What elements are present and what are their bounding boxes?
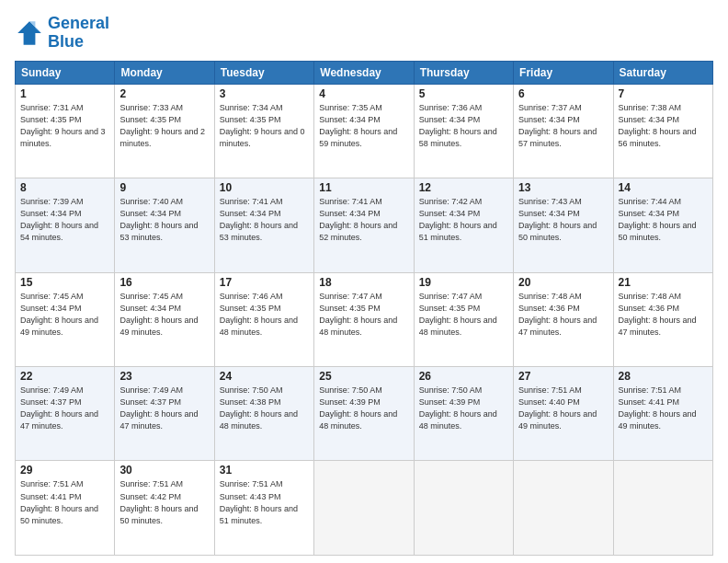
page-header: General Blue [15, 15, 713, 52]
weekday-header-wednesday: Wednesday [314, 61, 414, 84]
svg-marker-0 [17, 21, 41, 45]
day-info: Sunrise: 7:49 AM Sunset: 4:37 PM Dayligh… [119, 385, 209, 432]
day-cell-31: 31 Sunrise: 7:51 AM Sunset: 4:43 PM Dayl… [214, 461, 313, 556]
day-number: 25 [319, 370, 408, 383]
day-cell-20: 20 Sunrise: 7:48 AM Sunset: 4:36 PM Dayl… [514, 272, 613, 366]
day-number: 10 [220, 181, 309, 194]
weekday-header-saturday: Saturday [613, 61, 712, 84]
day-info: Sunrise: 7:50 AM Sunset: 4:38 PM Dayligh… [220, 385, 309, 432]
day-info: Sunrise: 7:45 AM Sunset: 4:34 PM Dayligh… [119, 291, 209, 339]
day-cell-17: 17 Sunrise: 7:46 AM Sunset: 4:35 PM Dayl… [214, 272, 313, 366]
day-number: 4 [319, 87, 408, 100]
day-number: 24 [220, 370, 309, 383]
day-cell-29: 29 Sunrise: 7:51 AM Sunset: 4:41 PM Dayl… [16, 461, 115, 556]
day-number: 23 [119, 370, 209, 383]
calendar-week-1: 1 Sunrise: 7:31 AM Sunset: 4:35 PM Dayli… [16, 84, 713, 178]
day-number: 19 [419, 276, 508, 289]
day-cell-23: 23 Sunrise: 7:49 AM Sunset: 4:37 PM Dayl… [115, 367, 214, 461]
day-info: Sunrise: 7:33 AM Sunset: 4:35 PM Dayligh… [119, 102, 209, 150]
empty-cell [314, 461, 414, 556]
day-info: Sunrise: 7:47 AM Sunset: 4:35 PM Dayligh… [419, 291, 508, 339]
day-cell-21: 21 Sunrise: 7:48 AM Sunset: 4:36 PM Dayl… [613, 272, 712, 366]
day-cell-6: 6 Sunrise: 7:37 AM Sunset: 4:34 PM Dayli… [514, 84, 613, 178]
day-cell-13: 13 Sunrise: 7:43 AM Sunset: 4:34 PM Dayl… [514, 178, 613, 272]
day-cell-14: 14 Sunrise: 7:44 AM Sunset: 4:34 PM Dayl… [613, 178, 712, 272]
day-number: 9 [119, 181, 209, 194]
day-info: Sunrise: 7:45 AM Sunset: 4:34 PM Dayligh… [20, 291, 109, 339]
day-info: Sunrise: 7:37 AM Sunset: 4:34 PM Dayligh… [518, 102, 608, 150]
day-cell-7: 7 Sunrise: 7:38 AM Sunset: 4:34 PM Dayli… [613, 84, 712, 178]
day-number: 8 [20, 181, 109, 194]
day-number: 30 [119, 464, 209, 477]
calendar-week-4: 22 Sunrise: 7:49 AM Sunset: 4:37 PM Dayl… [16, 367, 713, 461]
day-number: 1 [20, 87, 109, 100]
logo-icon [15, 18, 44, 48]
day-cell-9: 9 Sunrise: 7:40 AM Sunset: 4:34 PM Dayli… [115, 178, 214, 272]
day-number: 29 [20, 464, 109, 477]
day-number: 16 [119, 276, 209, 289]
day-number: 22 [20, 370, 109, 383]
empty-cell [414, 461, 513, 556]
day-number: 14 [619, 181, 708, 194]
day-info: Sunrise: 7:47 AM Sunset: 4:35 PM Dayligh… [319, 291, 408, 339]
empty-cell [613, 461, 712, 556]
logo: General Blue [15, 15, 109, 52]
day-info: Sunrise: 7:41 AM Sunset: 4:34 PM Dayligh… [319, 196, 408, 244]
day-cell-12: 12 Sunrise: 7:42 AM Sunset: 4:34 PM Dayl… [414, 178, 513, 272]
day-number: 18 [319, 276, 408, 289]
day-cell-11: 11 Sunrise: 7:41 AM Sunset: 4:34 PM Dayl… [314, 178, 414, 272]
day-cell-1: 1 Sunrise: 7:31 AM Sunset: 4:35 PM Dayli… [16, 84, 115, 178]
day-cell-3: 3 Sunrise: 7:34 AM Sunset: 4:35 PM Dayli… [214, 84, 313, 178]
calendar-week-2: 8 Sunrise: 7:39 AM Sunset: 4:34 PM Dayli… [16, 178, 713, 272]
day-info: Sunrise: 7:49 AM Sunset: 4:37 PM Dayligh… [20, 385, 109, 432]
weekday-header-monday: Monday [115, 61, 214, 84]
day-number: 28 [619, 370, 708, 383]
day-info: Sunrise: 7:41 AM Sunset: 4:34 PM Dayligh… [220, 196, 309, 244]
day-cell-15: 15 Sunrise: 7:45 AM Sunset: 4:34 PM Dayl… [16, 272, 115, 366]
day-cell-5: 5 Sunrise: 7:36 AM Sunset: 4:34 PM Dayli… [414, 84, 513, 178]
day-cell-10: 10 Sunrise: 7:41 AM Sunset: 4:34 PM Dayl… [214, 178, 313, 272]
day-info: Sunrise: 7:44 AM Sunset: 4:34 PM Dayligh… [619, 196, 708, 244]
day-number: 5 [419, 87, 508, 100]
day-cell-30: 30 Sunrise: 7:51 AM Sunset: 4:42 PM Dayl… [115, 461, 214, 556]
day-cell-16: 16 Sunrise: 7:45 AM Sunset: 4:34 PM Dayl… [115, 272, 214, 366]
day-number: 13 [518, 181, 608, 194]
day-cell-27: 27 Sunrise: 7:51 AM Sunset: 4:40 PM Dayl… [514, 367, 613, 461]
day-info: Sunrise: 7:31 AM Sunset: 4:35 PM Dayligh… [20, 102, 109, 150]
weekday-header-thursday: Thursday [414, 61, 513, 84]
day-info: Sunrise: 7:51 AM Sunset: 4:41 PM Dayligh… [20, 478, 109, 526]
day-cell-26: 26 Sunrise: 7:50 AM Sunset: 4:39 PM Dayl… [414, 367, 513, 461]
logo-text: General Blue [48, 15, 109, 52]
day-info: Sunrise: 7:42 AM Sunset: 4:34 PM Dayligh… [419, 196, 508, 244]
calendar-week-3: 15 Sunrise: 7:45 AM Sunset: 4:34 PM Dayl… [16, 272, 713, 366]
weekday-header-tuesday: Tuesday [214, 61, 313, 84]
day-info: Sunrise: 7:48 AM Sunset: 4:36 PM Dayligh… [619, 291, 708, 339]
day-info: Sunrise: 7:51 AM Sunset: 4:40 PM Dayligh… [518, 385, 608, 432]
empty-cell [514, 461, 613, 556]
day-info: Sunrise: 7:35 AM Sunset: 4:34 PM Dayligh… [319, 102, 408, 150]
day-number: 12 [419, 181, 508, 194]
calendar-week-5: 29 Sunrise: 7:51 AM Sunset: 4:41 PM Dayl… [16, 461, 713, 556]
day-number: 6 [518, 87, 608, 100]
calendar-table: SundayMondayTuesdayWednesdayThursdayFrid… [15, 61, 713, 556]
day-number: 17 [220, 276, 309, 289]
weekday-header-sunday: Sunday [16, 61, 115, 84]
day-info: Sunrise: 7:40 AM Sunset: 4:34 PM Dayligh… [119, 196, 209, 244]
day-cell-2: 2 Sunrise: 7:33 AM Sunset: 4:35 PM Dayli… [115, 84, 214, 178]
day-number: 20 [518, 276, 608, 289]
day-cell-18: 18 Sunrise: 7:47 AM Sunset: 4:35 PM Dayl… [314, 272, 414, 366]
day-number: 27 [518, 370, 608, 383]
day-number: 26 [419, 370, 508, 383]
day-cell-22: 22 Sunrise: 7:49 AM Sunset: 4:37 PM Dayl… [16, 367, 115, 461]
page-container: General Blue SundayMondayTuesdayWednesda… [0, 0, 728, 563]
day-cell-24: 24 Sunrise: 7:50 AM Sunset: 4:38 PM Dayl… [214, 367, 313, 461]
day-cell-28: 28 Sunrise: 7:51 AM Sunset: 4:41 PM Dayl… [613, 367, 712, 461]
day-number: 15 [20, 276, 109, 289]
day-info: Sunrise: 7:43 AM Sunset: 4:34 PM Dayligh… [518, 196, 608, 244]
day-info: Sunrise: 7:46 AM Sunset: 4:35 PM Dayligh… [220, 291, 309, 339]
day-info: Sunrise: 7:50 AM Sunset: 4:39 PM Dayligh… [319, 385, 408, 432]
day-number: 3 [220, 87, 309, 100]
weekday-header-friday: Friday [514, 61, 613, 84]
day-info: Sunrise: 7:51 AM Sunset: 4:42 PM Dayligh… [119, 478, 209, 526]
day-info: Sunrise: 7:38 AM Sunset: 4:34 PM Dayligh… [619, 102, 708, 150]
